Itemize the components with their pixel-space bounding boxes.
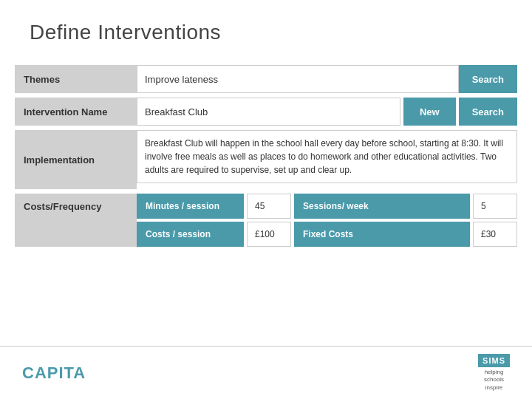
footer: CAPITA SIMS helping schools inspire — [0, 346, 532, 399]
themes-input[interactable] — [145, 74, 451, 85]
content: Themes Search Intervention Name New Sear… — [0, 58, 532, 247]
intervention-search-button[interactable]: Search — [459, 98, 517, 126]
intervention-name-label: Intervention Name — [15, 98, 137, 126]
fixed-costs-value: £30 — [473, 222, 517, 247]
minutes-session-label: Minutes / session — [137, 194, 244, 219]
sims-badge: SIMS helping schools inspire — [478, 354, 510, 392]
page-title: Define Interventions — [30, 21, 502, 44]
themes-search-button[interactable]: Search — [459, 65, 517, 93]
implementation-label: Implementation — [15, 130, 137, 189]
new-button[interactable]: New — [403, 98, 456, 126]
intervention-name-input-cell — [137, 98, 400, 126]
costs-session-value: £100 — [247, 222, 291, 247]
costs-frequency-label: Costs/Frequency — [15, 194, 137, 247]
intervention-name-input[interactable] — [145, 106, 392, 117]
fixed-costs-label: Fixed Costs — [294, 222, 470, 247]
capita-logo: CAPITA — [22, 364, 86, 383]
header: Define Interventions — [0, 0, 532, 58]
sessions-week-value: 5 — [473, 194, 517, 219]
sims-branding: SIMS helping schools inspire — [478, 354, 510, 392]
themes-input-cell — [137, 65, 459, 93]
sessions-week-label: Sessions/ week — [294, 194, 470, 219]
cost-row-2: Costs / session £100 Fixed Costs £30 — [137, 222, 517, 247]
costs-right: Minutes / session 45 Sessions/ week 5 Co… — [137, 194, 517, 247]
intervention-name-row: Intervention Name New Search — [15, 98, 517, 126]
sims-tagline: helping schools inspire — [484, 369, 504, 392]
costs-session-label: Costs / session — [137, 222, 244, 247]
implementation-text: Breakfast Club will happen in the school… — [137, 130, 517, 183]
cost-row-1: Minutes / session 45 Sessions/ week 5 — [137, 194, 517, 219]
implementation-row: Implementation Breakfast Club will happe… — [15, 130, 517, 189]
themes-row: Themes Search — [15, 65, 517, 93]
sims-label: SIMS — [478, 354, 510, 367]
page: Define Interventions Themes Search Inter… — [0, 0, 532, 399]
themes-label: Themes — [15, 65, 137, 93]
costs-frequency-row: Costs/Frequency Minutes / session 45 Ses… — [15, 194, 517, 247]
minutes-session-value: 45 — [247, 194, 291, 219]
